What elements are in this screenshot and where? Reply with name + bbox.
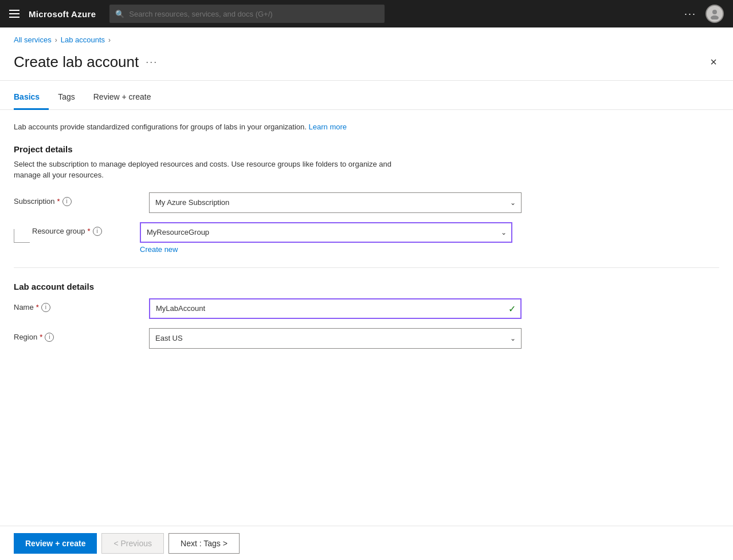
project-details-section: Project details Select the subscription …: [14, 144, 719, 254]
region-required: *: [40, 333, 42, 341]
hamburger-menu[interactable]: [9, 10, 19, 18]
region-select-wrapper: East US ⌄: [149, 328, 522, 349]
region-control: East US ⌄: [149, 328, 522, 349]
name-row: Name * i ✓: [14, 298, 719, 319]
search-input[interactable]: [129, 10, 379, 18]
subscription-control: My Azure Subscription ⌄: [149, 192, 522, 213]
search-bar: 🔍: [109, 5, 385, 23]
subscription-required: *: [57, 197, 60, 206]
name-input[interactable]: [149, 298, 522, 319]
header-divider: [0, 80, 733, 81]
tab-basics[interactable]: Basics: [14, 85, 49, 110]
content-body: Lab accounts provide standardized config…: [0, 110, 733, 369]
region-label-col: Region * i: [14, 328, 140, 342]
subscription-select[interactable]: My Azure Subscription: [149, 192, 522, 213]
top-navigation: Microsoft Azure 🔍 ···: [0, 0, 733, 27]
breadcrumb-lab-accounts[interactable]: Lab accounts: [61, 36, 105, 44]
region-label: Region: [14, 333, 37, 341]
subscription-label: Subscription: [14, 197, 55, 206]
subscription-label-col: Subscription * i: [14, 192, 140, 206]
name-required: *: [36, 303, 39, 311]
page-title: Create lab account: [14, 53, 139, 71]
resource-group-required: *: [88, 227, 91, 235]
region-row: Region * i East US ⌄: [14, 328, 719, 349]
lab-account-details-section: Lab account details Name * i ✓: [14, 282, 719, 349]
name-label-col: Name * i: [14, 298, 140, 312]
breadcrumb-sep-2: ›: [108, 36, 111, 44]
region-select[interactable]: East US: [149, 328, 522, 349]
user-avatar[interactable]: [705, 5, 724, 23]
subscription-row: Subscription * i My Azure Subscription ⌄: [14, 192, 719, 213]
resource-group-info-icon[interactable]: i: [93, 227, 102, 236]
resource-group-label: Resource group: [32, 227, 85, 235]
resource-group-select-wrapper: MyResourceGroup ⌄: [140, 222, 512, 243]
tabs-container: Basics Tags Review + create: [0, 85, 733, 110]
page-more-button[interactable]: ···: [146, 56, 158, 68]
breadcrumb-all-services[interactable]: All services: [14, 36, 52, 44]
subscription-select-wrapper: My Azure Subscription ⌄: [149, 192, 522, 213]
main-container: All services › Lab accounts › Create lab…: [0, 27, 733, 526]
page-header: Create lab account ··· ×: [0, 44, 733, 71]
section-separator: [14, 267, 719, 268]
resource-group-row: Resource group * i MyResourceGroup ⌄ Cre…: [14, 222, 719, 254]
svg-point-0: [712, 10, 717, 14]
resource-group-label-col: Resource group * i: [32, 222, 102, 236]
name-label: Name: [14, 303, 34, 311]
close-button[interactable]: ×: [708, 53, 719, 71]
user-icon: [709, 8, 720, 19]
resource-group-control: MyResourceGroup ⌄ Create new: [140, 222, 512, 254]
name-info-icon[interactable]: i: [41, 303, 50, 312]
subscription-info-icon[interactable]: i: [62, 197, 72, 206]
breadcrumb-sep-1: ›: [55, 36, 57, 44]
search-icon: 🔍: [115, 10, 124, 18]
name-input-wrapper: ✓: [149, 298, 522, 319]
svg-point-1: [711, 15, 719, 19]
tab-tags[interactable]: Tags: [49, 85, 84, 110]
create-new-link[interactable]: Create new: [140, 245, 178, 254]
learn-more-link[interactable]: Learn more: [309, 123, 347, 131]
name-control: ✓: [149, 298, 522, 319]
resource-group-select[interactable]: MyResourceGroup: [140, 222, 512, 243]
project-details-desc: Select the subscription to manage deploy…: [14, 159, 403, 181]
avatar-inner: [707, 6, 723, 22]
topnav-more-button[interactable]: ···: [684, 8, 696, 20]
tab-review-create[interactable]: Review + create: [84, 85, 160, 110]
app-title: Microsoft Azure: [29, 9, 96, 19]
region-info-icon[interactable]: i: [45, 333, 54, 342]
breadcrumb: All services › Lab accounts ›: [0, 27, 733, 44]
lab-account-details-title: Lab account details: [14, 282, 719, 291]
connector-line: [14, 229, 30, 243]
description-text: Lab accounts provide standardized config…: [14, 121, 719, 133]
page-header-left: Create lab account ···: [14, 53, 158, 71]
topnav-right: ···: [684, 5, 724, 23]
resource-group-label-area: Resource group * i: [14, 222, 140, 243]
name-valid-icon: ✓: [508, 303, 516, 314]
project-details-title: Project details: [14, 144, 719, 154]
